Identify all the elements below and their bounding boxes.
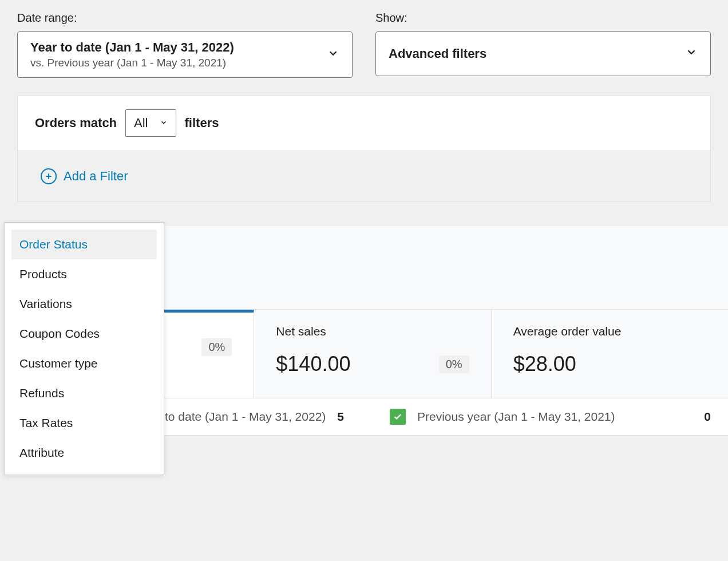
stat-title: Average order value <box>513 325 706 338</box>
filter-dropdown: Order Status Products Variations Coupon … <box>4 222 164 475</box>
dropdown-item-variations[interactable]: Variations <box>11 289 157 319</box>
date-range-label: Date range: <box>17 11 353 25</box>
date-range-subtitle: vs. Previous year (Jan 1 - May 31, 2021) <box>30 57 234 69</box>
compare-current-value: 5 <box>337 410 361 424</box>
date-range-title: Year to date (Jan 1 - May 31, 2022) <box>30 40 234 55</box>
stat-badge: 0% <box>201 338 232 356</box>
show-picker[interactable]: Advanced filters <box>375 31 711 76</box>
orders-match-row: Orders match All filters <box>18 96 710 151</box>
dropdown-item-attribute[interactable]: Attribute <box>11 438 157 468</box>
check-icon[interactable] <box>390 409 406 425</box>
stat-value: $28.00 <box>513 352 576 376</box>
dropdown-item-coupon-codes[interactable]: Coupon Codes <box>11 319 157 349</box>
chevron-down-icon <box>327 47 339 63</box>
stat-title: Net sales <box>276 325 469 338</box>
orders-match-prefix: Orders match <box>35 116 117 131</box>
show-label: Show: <box>375 11 711 25</box>
orders-match-suffix: filters <box>185 116 219 131</box>
show-title: Advanced filters <box>389 46 486 61</box>
dropdown-item-products[interactable]: Products <box>11 259 157 289</box>
stat-card[interactable]: Net sales $140.00 0% <box>254 310 491 398</box>
compare-previous-value: 0 <box>704 410 728 424</box>
add-filter-button[interactable]: Add a Filter <box>18 151 710 202</box>
match-select[interactable]: All <box>125 109 176 137</box>
add-filter-label: Add a Filter <box>64 169 128 184</box>
date-range-picker[interactable]: Year to date (Jan 1 - May 31, 2022) vs. … <box>17 31 353 78</box>
stat-value: $140.00 <box>276 352 350 376</box>
dropdown-item-refunds[interactable]: Refunds <box>11 378 157 408</box>
plus-circle-icon <box>41 168 57 184</box>
chevron-down-icon <box>685 46 698 62</box>
match-select-value: All <box>134 116 148 131</box>
dropdown-item-order-status[interactable]: Order Status <box>11 230 157 259</box>
dropdown-item-customer-type[interactable]: Customer type <box>11 349 157 378</box>
stat-badge: 0% <box>439 355 469 373</box>
chevron-down-icon <box>160 118 168 128</box>
compare-previous-label: Previous year (Jan 1 - May 31, 2021) <box>417 410 615 424</box>
compare-current-label: to date (Jan 1 - May 31, 2022) <box>165 410 326 424</box>
dropdown-item-tax-rates[interactable]: Tax Rates <box>11 408 157 438</box>
stat-card[interactable]: Average order value $28.00 <box>492 310 728 398</box>
